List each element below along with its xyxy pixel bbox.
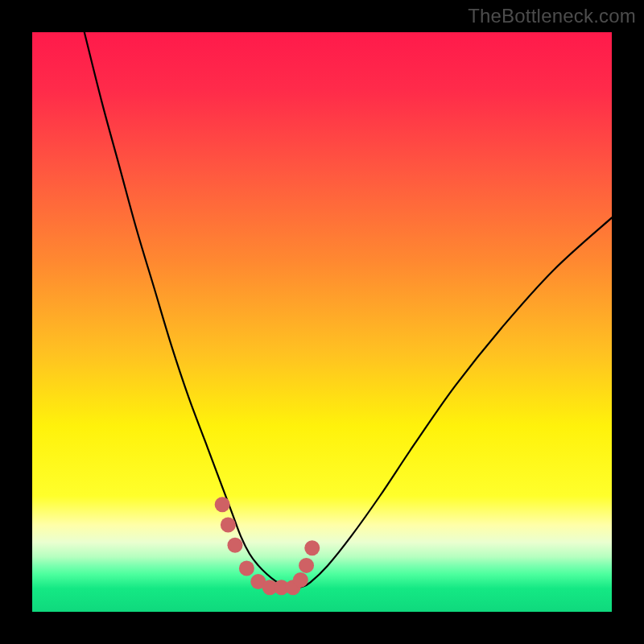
watermark-text: TheBottleneck.com xyxy=(468,5,636,27)
bottleneck-curve xyxy=(85,32,612,588)
highlight-dot xyxy=(221,518,236,533)
highlight-dot xyxy=(299,558,314,573)
chart-frame: { "watermark": "TheBottleneck.com", "col… xyxy=(0,0,644,644)
highlight-dot xyxy=(239,561,254,576)
highlight-dot xyxy=(228,538,243,553)
highlight-dot xyxy=(293,572,308,588)
plot-area xyxy=(32,32,612,612)
highlight-dot xyxy=(215,497,230,512)
highlight-dots xyxy=(215,497,320,595)
curve-layer xyxy=(32,32,612,612)
highlight-dot xyxy=(304,540,320,555)
